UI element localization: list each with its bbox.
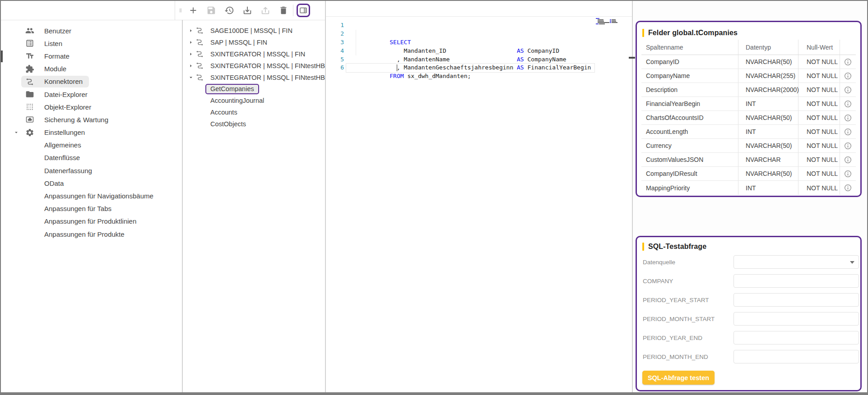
sidebar-item[interactable]: Anpassungen für Navigationsbäume [1,189,181,202]
sidebar-item-label: Sicherung & Wartung [44,116,108,124]
sidebar-item[interactable]: Allgemeines [1,139,181,152]
editor-splitter-handle[interactable] [629,57,635,59]
info-icon[interactable] [844,142,852,150]
code-line: 4 , MandantenGeschaeftsjahresbeginn AS F… [327,47,625,55]
tree-item[interactable]: Accounts [183,106,325,118]
chevron-down-icon[interactable] [13,129,19,136]
info-icon[interactable] [844,156,852,164]
tree-item[interactable]: SXINTEGRATOR | MSSQL | FINtestHB [183,60,325,72]
form-field-input[interactable] [733,274,859,288]
field-name: FinancialYearBegin [641,97,738,110]
chevron-down-icon[interactable] [13,218,19,225]
sidebar-item[interactable]: OData [1,177,181,189]
tree-item[interactable]: SAGE100DE | MSSQL | FIN [183,25,325,37]
sidebar-item[interactable]: Konnektoren [1,75,181,88]
delete[interactable] [279,5,288,15]
sidebar-item[interactable]: Anpassungen für Produkte [1,228,181,240]
form-field-input[interactable] [733,331,859,344]
info-icon[interactable] [844,100,852,108]
sidebar-item[interactable]: Module [1,63,181,75]
form-field-input[interactable] [733,255,859,269]
tree-item[interactable]: SAP | MSSQL | FIN [183,37,325,48]
tree-item[interactable]: GetCompanies [183,83,325,95]
tree-item[interactable]: CostObjects [183,118,325,130]
sidebar-item[interactable]: Objekt-Explorer [1,101,181,113]
form-field-input[interactable] [733,293,859,307]
sidebar-item-body: Module [21,63,73,75]
field-datatype: NVARCHAR [738,153,798,166]
sidebar-item[interactable]: Listen [1,37,181,50]
sql-test-panel-header: SQL-Testabfrage [637,237,860,253]
tree-expander-icon[interactable] [188,51,194,57]
sql-editor-pane[interactable]: 1 SELECT 2 Mandanten_ID AS CompanyID [326,1,632,392]
chevron-down-icon[interactable] [13,40,19,46]
info-icon[interactable] [844,58,852,66]
sidebar-item[interactable]: Datenflüsse [1,152,181,164]
field-name: CustomValuesJSON [641,153,738,166]
chevron-down-icon[interactable] [13,91,19,97]
info-icon[interactable] [844,114,852,122]
restore[interactable] [224,5,234,15]
chevron-down-icon[interactable] [13,155,19,161]
chevron-down-icon[interactable] [13,167,19,174]
sidebar-item-body: Anpassungen für Produkte [21,229,131,239]
download[interactable] [242,5,252,15]
chevron-down-icon[interactable] [13,104,19,110]
fields-table-header: Spaltenname Datentyp Null-Wert [641,40,856,55]
add[interactable] [188,5,198,15]
drag-handle-icon[interactable] [178,5,183,15]
chevron-down-icon[interactable] [13,180,19,186]
sql-code[interactable]: 1 SELECT 2 Mandanten_ID AS CompanyID [327,21,625,72]
chevron-down-icon[interactable] [13,53,19,59]
chevron-down-icon[interactable] [13,206,19,212]
info-icon[interactable] [844,184,852,192]
editor-minimap[interactable] [596,18,622,26]
sidebar-item[interactable]: Datenerfassung [1,164,181,177]
toggle-right-panel[interactable] [297,4,310,17]
chevron-down-icon[interactable] [13,116,19,123]
tree-item[interactable]: SXINTEGRATOR | MSSQL | FINtestHB3 [183,72,325,83]
run-sql-test-button[interactable]: SQL-Abfrage testen [642,371,715,385]
field-name: Description [641,83,738,96]
sidebar-item[interactable]: Anpassungen für Produktlinien [1,215,181,228]
info-icon[interactable] [844,170,852,178]
code-text: , MandantenGeschaeftsjahresbeginn AS Fin… [344,47,591,55]
info-icon[interactable] [844,72,852,80]
chevron-down-icon[interactable] [13,78,19,85]
sidebar-item-label: OData [44,179,64,187]
tree-item[interactable]: SXINTEGRATOR | MSSQL | FIN [183,48,325,60]
tree-expander-icon[interactable] [188,63,194,69]
chevron-down-icon[interactable] [13,142,19,148]
form-field-input[interactable] [733,312,859,326]
sidebar-item-label: Module [44,65,66,73]
tree-item-label: CostObjects [210,120,246,128]
sidebar-item-body: Anpassungen für Produktlinien [21,216,143,226]
info-icon[interactable] [844,128,852,136]
info-icon[interactable] [844,86,852,94]
code-line: 6 [327,64,625,72]
chevron-down-icon[interactable] [13,193,19,199]
sidebar-item[interactable]: Benutzer [1,24,181,37]
tree-expander-icon[interactable] [188,28,194,34]
sidebar-item-label: Anpassungen für Produktlinien [44,217,136,225]
code-text: SELECT [344,21,411,30]
sidebar-item[interactable]: Einstellungen [1,126,181,139]
column-header-info [840,40,856,55]
tree-item[interactable]: AccountingJournal [183,95,325,106]
save[interactable] [206,5,216,15]
chevron-down-icon[interactable] [13,66,19,72]
left-edge-splitter-handle[interactable] [1,51,3,62]
tree-expander-icon[interactable] [188,39,194,46]
tree-item-label: SXINTEGRATOR | MSSQL | FINtestHB3 [210,74,329,81]
tree-expander-icon[interactable] [188,74,194,81]
sidebar-item[interactable]: Datei-Explorer [1,88,181,101]
sidebar-item[interactable]: Sicherung & Wartung [1,113,181,126]
chevron-down-icon[interactable] [13,28,19,34]
sidebar-item[interactable]: Anpassungen für Tabs [1,202,181,215]
line-number: 1 [327,21,344,30]
sidebar-item[interactable]: Formate [1,50,181,62]
sidebar-item-icon [25,39,34,48]
upload[interactable] [260,5,270,15]
chevron-down-icon[interactable] [13,231,19,237]
form-field-input[interactable] [733,350,859,363]
